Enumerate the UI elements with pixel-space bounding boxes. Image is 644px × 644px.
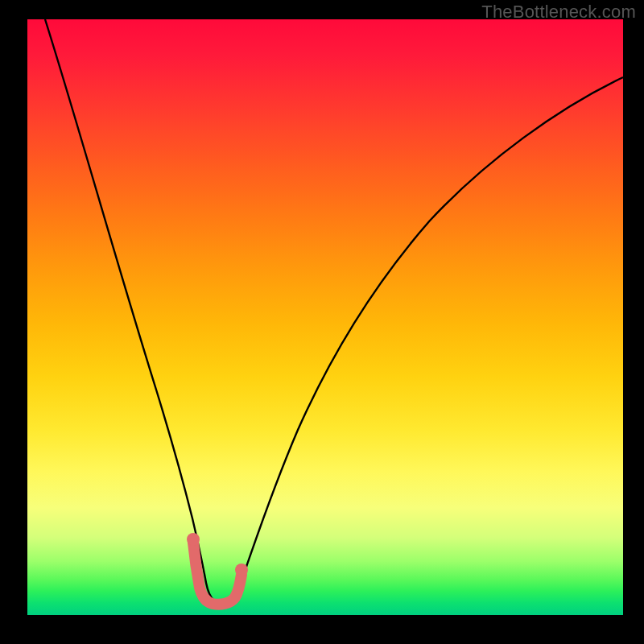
- chart-frame: TheBottleneck.com: [0, 0, 644, 644]
- highlight-dot-right: [235, 564, 248, 576]
- main-curve: [45, 19, 623, 603]
- plot-svg: [27, 19, 623, 615]
- highlight-dot-left: [187, 533, 200, 546]
- watermark-text: TheBottleneck.com: [481, 2, 636, 23]
- plot-area: [27, 19, 623, 615]
